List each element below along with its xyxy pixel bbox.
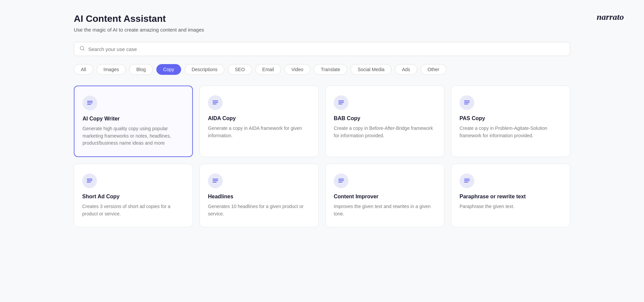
filter-btn-descriptions[interactable]: Descriptions	[184, 64, 224, 75]
card-icon-wrap	[334, 95, 348, 110]
card-icon-wrap	[460, 95, 474, 110]
card-aida-copy[interactable]: AIDA Copy Generate a copy in AIDA framew…	[200, 86, 319, 157]
svg-rect-11	[464, 101, 470, 101]
card-title: Short Ad Copy	[82, 194, 184, 200]
card-desc: Generate high quality copy using popular…	[83, 125, 184, 147]
card-paraphrase[interactable]: Paraphrase or rewrite text Paraphrase th…	[451, 164, 570, 227]
app-logo: narrato	[597, 12, 624, 22]
svg-rect-2	[87, 101, 93, 102]
card-desc: Paraphrase the given text.	[460, 203, 562, 210]
search-input[interactable]	[88, 46, 565, 52]
filter-btn-copy[interactable]: Copy	[156, 64, 181, 75]
svg-rect-12	[464, 102, 470, 103]
card-title: PAS Copy	[460, 115, 562, 121]
search-bar	[74, 42, 570, 56]
svg-rect-9	[338, 102, 344, 103]
svg-rect-13	[464, 104, 468, 104]
card-desc: Creates 3 versions of short ad copies fo…	[82, 203, 184, 217]
svg-rect-20	[338, 179, 344, 180]
cards-grid: AI Copy Writer Generate high quality cop…	[74, 86, 570, 227]
svg-rect-4	[87, 104, 91, 105]
svg-rect-14	[87, 179, 93, 180]
svg-rect-10	[338, 104, 342, 104]
card-desc: Improves the given text and rewrites in …	[334, 203, 436, 217]
card-title: BAB Copy	[334, 115, 436, 121]
card-short-ad-copy[interactable]: Short Ad Copy Creates 3 versions of shor…	[74, 164, 193, 227]
svg-rect-16	[87, 182, 91, 183]
filter-btn-translate[interactable]: Translate	[314, 64, 347, 75]
card-title: AIDA Copy	[208, 115, 310, 121]
svg-rect-8	[338, 101, 344, 101]
page-title: AI Content Assistant	[74, 13, 570, 24]
svg-rect-17	[213, 179, 218, 180]
filter-btn-other[interactable]: Other	[421, 64, 446, 75]
card-desc: Create a copy in Before-After-Bridge fra…	[334, 125, 436, 139]
card-title: Content Improver	[334, 194, 436, 200]
svg-rect-25	[464, 182, 468, 183]
svg-rect-22	[338, 182, 342, 183]
card-icon-wrap	[334, 173, 348, 188]
filter-btn-seo[interactable]: SEO	[228, 64, 252, 75]
svg-rect-3	[87, 102, 93, 103]
svg-rect-21	[338, 180, 344, 181]
svg-rect-24	[464, 180, 470, 181]
svg-rect-6	[213, 102, 218, 103]
card-pas-copy[interactable]: PAS Copy Create a copy in Problem-Agitat…	[451, 86, 570, 157]
card-bab-copy[interactable]: BAB Copy Create a copy in Before-After-B…	[325, 86, 444, 157]
svg-line-1	[83, 49, 84, 50]
card-title: Paraphrase or rewrite text	[460, 194, 562, 200]
card-title: Headlines	[208, 194, 310, 200]
card-desc: Generates 10 headlines for a given produ…	[208, 203, 310, 217]
filter-btn-ads[interactable]: Ads	[395, 64, 417, 75]
card-ai-copy-writer[interactable]: AI Copy Writer Generate high quality cop…	[74, 86, 193, 157]
filter-btn-social_media[interactable]: Social Media	[351, 64, 391, 75]
filter-btn-video[interactable]: Video	[284, 64, 311, 75]
svg-rect-5	[213, 101, 218, 101]
card-desc: Generate a copy in AIDA framework for gi…	[208, 125, 310, 139]
card-desc: Create a copy in Problem-Agitate-Solutio…	[460, 125, 562, 139]
card-icon-wrap	[208, 95, 223, 110]
card-icon-wrap	[82, 173, 97, 188]
page-subtitle: Use the magic of AI to create amazing co…	[74, 27, 570, 33]
svg-rect-15	[87, 180, 93, 181]
card-title: AI Copy Writer	[83, 116, 184, 122]
filter-btn-all[interactable]: All	[74, 64, 93, 75]
card-content-improver[interactable]: Content Improver Improves the given text…	[325, 164, 444, 227]
filter-bar: AllImagesBlogCopyDescriptionsSEOEmailVid…	[74, 64, 570, 75]
filter-btn-email[interactable]: Email	[255, 64, 281, 75]
filter-btn-images[interactable]: Images	[97, 64, 126, 75]
filter-btn-blog[interactable]: Blog	[129, 64, 153, 75]
card-icon-wrap	[460, 173, 474, 188]
card-icon-wrap	[83, 96, 97, 110]
page-header: AI Content Assistant Use the magic of AI…	[74, 13, 570, 33]
svg-rect-18	[213, 180, 218, 181]
card-icon-wrap	[208, 173, 223, 188]
search-icon	[79, 46, 85, 52]
svg-rect-19	[213, 182, 217, 183]
card-headlines[interactable]: Headlines Generates 10 headlines for a g…	[200, 164, 319, 227]
svg-rect-7	[213, 104, 217, 104]
svg-rect-23	[464, 179, 470, 180]
